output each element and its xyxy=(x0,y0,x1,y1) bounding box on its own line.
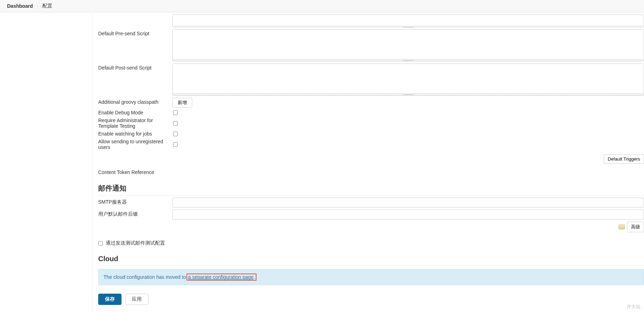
allow-unreg-checkbox[interactable] xyxy=(173,142,178,147)
smtp-input[interactable] xyxy=(172,198,644,208)
resize-handle[interactable] xyxy=(173,93,644,95)
breadcrumb-current: 配置 xyxy=(42,3,52,9)
save-button[interactable]: 保存 xyxy=(98,294,122,305)
watch-jobs-label: Enable watching for jobs xyxy=(98,131,172,137)
add-groovy-button[interactable]: 新增 xyxy=(172,98,192,108)
advanced-button[interactable]: 高级 xyxy=(627,222,644,232)
watermark: 许大仙 xyxy=(627,304,640,310)
default-triggers-button[interactable]: Default Triggers xyxy=(604,154,644,164)
cloud-msg-prefix: The cloud configuration has moved to xyxy=(104,274,187,280)
resize-handle[interactable] xyxy=(173,59,644,61)
debug-mode-label: Enable Debug Mode xyxy=(98,110,172,115)
breadcrumb: Dashboard › 配置 xyxy=(0,0,644,12)
smtp-label: SMTP服务器 xyxy=(98,198,172,205)
resize-handle[interactable] xyxy=(173,26,644,28)
cloud-msg-suffix: . xyxy=(254,274,255,280)
test-mail-label: 通过发送测试邮件测试配置 xyxy=(106,240,165,246)
pre-send-script-input[interactable] xyxy=(173,30,644,58)
prev-textarea[interactable] xyxy=(173,15,644,25)
groovy-classpath-label: Additional groovy classpath xyxy=(98,98,172,105)
breadcrumb-root[interactable]: Dashboard xyxy=(7,3,33,9)
cloud-section-heading: Cloud xyxy=(98,255,644,265)
chevron-right-icon: › xyxy=(37,4,38,8)
config-form: Default Pre-send Script Default Post-sen… xyxy=(93,12,644,312)
post-send-script-input[interactable] xyxy=(173,64,644,92)
book-icon xyxy=(619,224,625,229)
debug-mode-checkbox[interactable] xyxy=(173,110,178,115)
pre-send-label: Default Pre-send Script xyxy=(98,29,172,36)
apply-button[interactable]: 应用 xyxy=(125,294,148,305)
require-admin-label: Require Administrator for Template Testi… xyxy=(98,118,172,129)
suffix-label: 用户默认邮件后缀 xyxy=(98,210,172,217)
cloud-info: The cloud configuration has moved to a s… xyxy=(98,269,644,285)
watch-jobs-checkbox[interactable] xyxy=(173,132,178,136)
sidebar xyxy=(0,12,93,312)
cloud-config-link[interactable]: a separate configuration page xyxy=(188,274,253,280)
require-admin-checkbox[interactable] xyxy=(173,121,178,126)
content-token-label: Content Token Reference xyxy=(98,169,644,175)
allow-unreg-label: Allow sending to unregistered users xyxy=(98,139,172,150)
suffix-input[interactable] xyxy=(172,210,644,220)
test-mail-checkbox[interactable] xyxy=(98,241,103,246)
mail-section-heading: 邮件通知 xyxy=(98,184,644,196)
post-send-label: Default Post-send Script xyxy=(98,64,172,71)
highlight-annotation: a separate configuration page. xyxy=(187,274,256,281)
